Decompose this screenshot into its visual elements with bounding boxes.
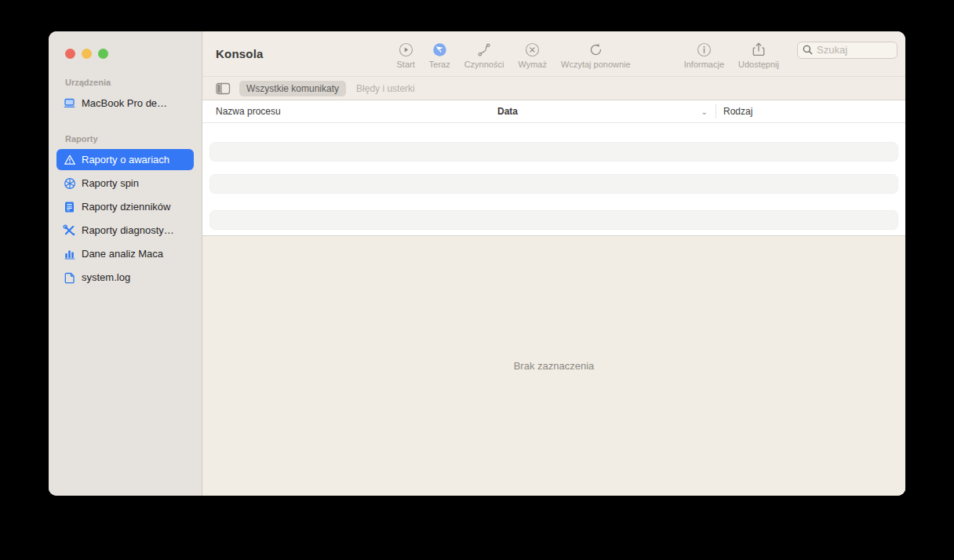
bar-chart-icon	[63, 247, 76, 260]
sidebar-item-label: Raporty spin	[82, 177, 139, 189]
clear-circle-icon	[525, 42, 540, 57]
empty-selection-text: Brak zaznaczenia	[514, 360, 595, 372]
segment-errors-faults[interactable]: Błędy i usterki	[356, 83, 415, 94]
pinwheel-icon	[63, 176, 76, 190]
reload-button[interactable]: Wczytaj ponownie	[554, 38, 638, 69]
search-field[interactable]	[797, 42, 898, 59]
main-area: Konsola Start Teraz	[202, 31, 905, 496]
zoom-window-button[interactable]	[98, 49, 108, 59]
sidebar-item-system-log[interactable]: system.log	[56, 267, 194, 288]
search-icon	[803, 45, 813, 55]
log-document-icon	[63, 200, 76, 213]
info-button[interactable]: Informacje	[677, 38, 731, 69]
actions-button[interactable]: Czynności	[457, 38, 512, 69]
sidebar-item-label: MacBook Pro de…	[82, 97, 167, 109]
now-arrow-icon	[432, 42, 447, 57]
table-row[interactable]	[209, 210, 898, 230]
sidebar-item-label: Raporty o awariach	[82, 154, 169, 165]
column-header-process-name[interactable]: Nazwa procesu	[202, 106, 497, 117]
warning-triangle-icon	[63, 153, 76, 166]
detail-panel: Brak zaznaczenia	[202, 235, 905, 496]
close-window-button[interactable]	[65, 49, 75, 59]
column-header-date[interactable]: Data ⌄	[497, 106, 716, 117]
sidebar-item-spin-reports[interactable]: Raporty spin	[56, 173, 194, 194]
minimize-window-button[interactable]	[82, 49, 92, 59]
search-input[interactable]	[817, 44, 887, 56]
tools-icon	[63, 224, 76, 237]
sidebar-item-crash-reports[interactable]: Raporty o awariach	[56, 149, 194, 170]
sidebar-item-diagnostic-reports[interactable]: Raporty diagnosty…	[56, 220, 194, 241]
now-button[interactable]: Teraz	[422, 38, 457, 69]
actions-path-icon	[476, 42, 492, 57]
sidebar-item-label: Dane analiz Maca	[82, 248, 163, 260]
column-header-type[interactable]: Rodzaj	[716, 106, 752, 117]
laptop-icon	[63, 96, 76, 110]
clear-button[interactable]: Wymaż	[511, 38, 554, 69]
file-icon	[63, 271, 76, 284]
sidebar-item-log-reports[interactable]: Raporty dzienników	[56, 196, 194, 217]
reload-icon	[588, 42, 603, 57]
sidebar: Urządzenia MacBook Pro de… Raporty Rapor…	[49, 31, 202, 496]
sidebar-toggle-icon[interactable]	[216, 82, 231, 95]
info-circle-icon	[697, 42, 712, 57]
filter-bar: Wszystkie komunikaty Błędy i usterki	[202, 76, 905, 100]
share-icon	[752, 42, 766, 57]
sidebar-section-reports: Raporty	[49, 134, 202, 144]
share-button[interactable]: Udostępnij	[731, 38, 786, 69]
sidebar-item-label: Raporty dzienników	[82, 201, 170, 213]
console-app-window: Urządzenia MacBook Pro de… Raporty Rapor…	[49, 31, 905, 496]
table-row[interactable]	[209, 142, 898, 162]
segment-all-messages[interactable]: Wszystkie komunikaty	[239, 81, 346, 96]
play-circle-icon	[399, 42, 413, 57]
table-body	[202, 123, 905, 235]
start-button[interactable]: Start	[390, 38, 422, 69]
traffic-lights	[49, 31, 202, 59]
sidebar-section-devices: Urządzenia	[49, 78, 202, 87]
chevron-down-icon: ⌄	[701, 107, 708, 116]
sidebar-item-label: system.log	[82, 271, 130, 283]
toolbar: Konsola Start Teraz	[202, 31, 905, 76]
toolbar-buttons: Start Teraz Czynności	[390, 38, 786, 69]
sidebar-item-label: Raporty diagnosty…	[82, 224, 174, 236]
table-header: Nazwa procesu Data ⌄ Rodzaj	[202, 100, 905, 123]
table-row[interactable]	[209, 174, 898, 194]
sidebar-item-mac-analytics[interactable]: Dane analiz Maca	[56, 243, 194, 264]
sidebar-item-macbook[interactable]: MacBook Pro de…	[56, 93, 194, 114]
page-title: Konsola	[216, 47, 264, 60]
